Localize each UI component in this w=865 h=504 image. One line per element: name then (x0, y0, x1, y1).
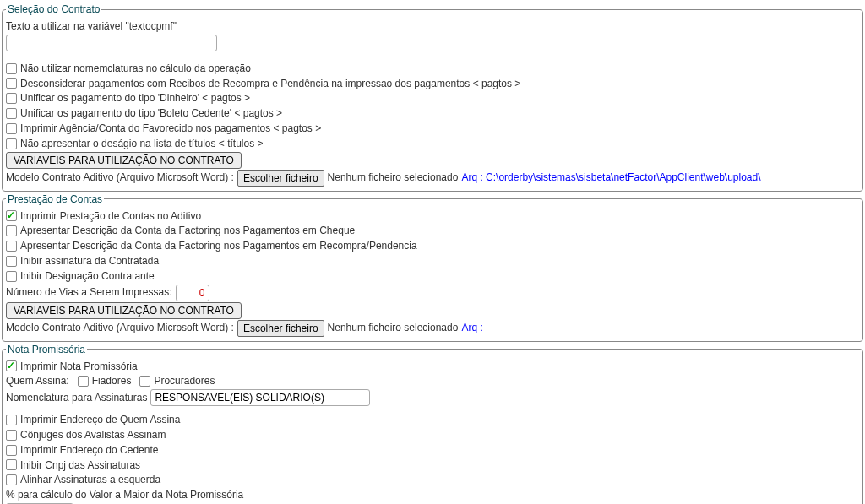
chk-inibir-assinatura-contratada-label: Inibir assinatura da Contratada (20, 254, 159, 268)
chk-imprimir-nota[interactable] (6, 360, 17, 371)
chk-unificar-boleto[interactable] (6, 108, 17, 119)
chk-imprimir-prestacao[interactable] (6, 210, 17, 221)
pct-label: % para cálculo do Valor a Maior da Nota … (6, 488, 243, 502)
btn-escolher-ficheiro-1[interactable]: Escolher ficheiro (237, 170, 324, 187)
arq-path-2: Arq : (461, 321, 482, 335)
selecao-contrato-legend: Seleção do Contrato (6, 3, 101, 15)
chk-inibir-cnpj-label: Inibir Cnpj das Assinaturas (20, 458, 140, 473)
chk-inibir-designacao-contratante-label: Inibir Designação Contratante (20, 269, 155, 284)
nota-promissoria-fieldset: Nota Promissória Imprimir Nota Promissór… (2, 344, 863, 504)
chk-unificar-dinheiro-label: Unificar os pagamento do tipo 'Dinheiro'… (20, 91, 250, 106)
chk-nao-utilizar-nomenclaturas-label: Não utilizar nomemclaturas no cálculo da… (20, 62, 251, 76)
chk-unificar-dinheiro[interactable] (6, 93, 17, 104)
nota-promissoria-legend: Nota Promissória (6, 344, 87, 355)
chk-nao-apresentar-desagio[interactable] (6, 138, 17, 149)
btn-variaveis-contrato-1[interactable]: VARIAVEIS PARA UTILIZAÇÃO NO CONTRATO (6, 152, 242, 169)
no-file-text-2: Nenhum ficheiro selecionado (328, 321, 459, 335)
chk-desconsiderar-pagamentos-label: Desconsiderar pagamentos com Recibos de … (20, 77, 520, 91)
vias-input[interactable] (176, 285, 209, 301)
selecao-contrato-fieldset: Seleção do Contrato Texto a utilizar na … (2, 3, 863, 192)
chk-conjuges-avalistas-label: Cônjuges dos Avalistas Assinam (20, 428, 166, 442)
chk-imprimir-nota-label: Imprimir Nota Promissória (20, 360, 138, 374)
nomenclatura-input[interactable] (150, 389, 370, 406)
chk-imprimir-agencia-conta[interactable] (6, 123, 17, 134)
quem-assina-label: Quem Assina: (6, 374, 69, 388)
vias-label: Número de Vias a Serem Impressas: (6, 285, 172, 300)
chk-apresentar-desc-cheque-label: Apresentar Descrição da Conta da Factori… (20, 224, 355, 238)
chk-imprimir-endereco-assina-label: Imprimir Endereço de Quem Assina (20, 413, 180, 427)
chk-procuradores[interactable] (139, 376, 150, 387)
chk-imprimir-endereco-cedente[interactable] (6, 445, 17, 456)
chk-alinhar-assinaturas-label: Alinhar Assinaturas a esquerda (20, 473, 160, 487)
prestacao-contas-fieldset: Prestação de Contas Imprimir Prestação d… (2, 193, 863, 342)
fiadores-label: Fiadores (92, 374, 132, 388)
textocpmf-label: Texto a utilizar na variável "textocpmf" (6, 19, 177, 34)
textocpmf-input[interactable] (6, 35, 217, 51)
no-file-text-1: Nenhum ficheiro selecionado (328, 171, 459, 185)
modelo-contrato-label-1: Modelo Contrato Aditivo (Arquivo Microso… (6, 171, 234, 185)
chk-nao-utilizar-nomenclaturas[interactable] (6, 63, 17, 74)
procuradores-label: Procuradores (154, 374, 215, 388)
chk-apresentar-desc-recompra-label: Apresentar Descrição da Conta da Factori… (20, 239, 417, 253)
chk-unificar-boleto-label: Unificar os pagamento do tipo 'Boleto Ce… (20, 106, 282, 121)
prestacao-contas-legend: Prestação de Contas (6, 193, 104, 205)
chk-imprimir-endereco-cedente-label: Imprimir Endereço do Cedente (20, 443, 158, 458)
btn-variaveis-contrato-2[interactable]: VARIAVEIS PARA UTILIZAÇÃO NO CONTRATO (6, 302, 242, 319)
chk-inibir-assinatura-contratada[interactable] (6, 256, 17, 267)
chk-alinhar-assinaturas[interactable] (6, 474, 17, 485)
chk-imprimir-agencia-conta-label: Imprimir Agência/Conta do Favorecido nos… (20, 122, 321, 136)
chk-inibir-cnpj[interactable] (6, 459, 17, 470)
chk-inibir-designacao-contratante[interactable] (6, 271, 17, 282)
chk-fiadores[interactable] (78, 376, 89, 387)
chk-imprimir-prestacao-label: Imprimir Prestação de Contas no Aditivo (20, 209, 201, 224)
chk-desconsiderar-pagamentos[interactable] (6, 78, 17, 89)
chk-apresentar-desc-cheque[interactable] (6, 225, 17, 236)
chk-imprimir-endereco-assina[interactable] (6, 415, 17, 425)
nomenclatura-label: Nomenclatura para Assinaturas (6, 391, 147, 405)
arq-path-1: Arq : C:\orderby\sistemas\sisbeta\netFac… (461, 171, 760, 185)
chk-apresentar-desc-recompra[interactable] (6, 241, 17, 252)
btn-escolher-ficheiro-2[interactable]: Escolher ficheiro (237, 320, 324, 337)
modelo-contrato-label-2: Modelo Contrato Aditivo (Arquivo Microso… (6, 321, 234, 335)
chk-conjuges-avalistas[interactable] (6, 430, 17, 441)
chk-nao-apresentar-desagio-label: Não apresentar o deságio na lista de tít… (20, 137, 264, 151)
